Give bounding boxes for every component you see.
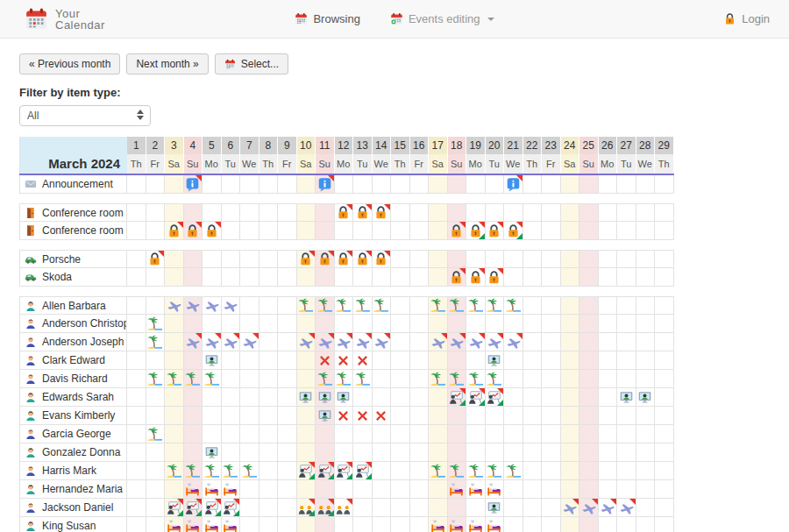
day-cell-19[interactable] bbox=[466, 296, 486, 315]
day-cell-19[interactable] bbox=[466, 480, 486, 499]
nav-item-browsing[interactable]: Browsing bbox=[295, 12, 359, 25]
day-cell-14[interactable] bbox=[373, 250, 392, 268]
day-cell-4[interactable] bbox=[184, 499, 203, 517]
day-cell-10[interactable] bbox=[297, 388, 316, 407]
day-cell-12[interactable] bbox=[335, 462, 354, 480]
day-cell-18[interactable] bbox=[448, 517, 467, 532]
day-cell-6[interactable] bbox=[222, 462, 241, 480]
day-cell-13[interactable] bbox=[353, 296, 373, 315]
day-cell-6[interactable] bbox=[222, 296, 241, 315]
login-button[interactable]: Login bbox=[723, 12, 770, 25]
day-cell-12[interactable] bbox=[335, 203, 354, 222]
day-cell-5[interactable] bbox=[203, 517, 222, 532]
day-cell-6[interactable] bbox=[222, 333, 241, 351]
day-cell-14[interactable] bbox=[373, 203, 392, 222]
day-cell-28[interactable] bbox=[636, 388, 656, 407]
day-cell-14[interactable] bbox=[373, 296, 392, 315]
day-cell-3[interactable] bbox=[165, 499, 184, 517]
day-cell-21[interactable] bbox=[504, 222, 523, 240]
day-cell-4[interactable] bbox=[184, 296, 203, 315]
day-cell-12[interactable] bbox=[335, 250, 354, 268]
day-cell-2[interactable] bbox=[146, 370, 166, 388]
day-cell-4[interactable] bbox=[184, 480, 203, 499]
day-cell-19[interactable] bbox=[466, 333, 486, 351]
day-cell-5[interactable] bbox=[203, 370, 222, 388]
day-cell-5[interactable] bbox=[203, 296, 222, 315]
day-cell-11[interactable] bbox=[316, 388, 335, 407]
day-cell-20[interactable] bbox=[486, 222, 505, 240]
day-cell-11[interactable] bbox=[316, 296, 335, 315]
day-cell-5[interactable] bbox=[203, 222, 222, 240]
day-cell-10[interactable] bbox=[297, 333, 316, 351]
day-cell-20[interactable] bbox=[486, 517, 505, 532]
day-cell-11[interactable] bbox=[316, 462, 335, 480]
day-cell-5[interactable] bbox=[203, 499, 222, 517]
day-cell-6[interactable] bbox=[222, 480, 241, 499]
day-cell-3[interactable] bbox=[165, 462, 184, 480]
day-cell-10[interactable] bbox=[297, 499, 316, 517]
day-cell-6[interactable] bbox=[222, 517, 241, 532]
day-cell-13[interactable] bbox=[353, 333, 373, 351]
day-cell-2[interactable] bbox=[146, 315, 166, 333]
day-cell-21[interactable] bbox=[504, 296, 523, 315]
day-cell-18[interactable] bbox=[448, 222, 467, 240]
day-cell-2[interactable] bbox=[146, 333, 166, 351]
day-cell-13[interactable] bbox=[353, 462, 373, 480]
day-cell-19[interactable] bbox=[466, 370, 486, 388]
day-cell-20[interactable] bbox=[486, 388, 505, 407]
day-cell-18[interactable] bbox=[448, 333, 467, 351]
day-cell-7[interactable] bbox=[240, 462, 259, 480]
day-cell-4[interactable] bbox=[184, 517, 203, 532]
day-cell-13[interactable] bbox=[353, 351, 373, 370]
item-type-select[interactable]: All bbox=[19, 105, 151, 126]
day-cell-18[interactable] bbox=[448, 268, 467, 287]
day-cell-12[interactable] bbox=[335, 388, 354, 407]
day-cell-10[interactable] bbox=[297, 296, 316, 315]
day-cell-20[interactable] bbox=[486, 296, 505, 315]
day-cell-3[interactable] bbox=[165, 517, 184, 532]
day-cell-18[interactable] bbox=[448, 462, 467, 480]
day-cell-19[interactable] bbox=[466, 462, 486, 480]
day-cell-27[interactable] bbox=[617, 499, 636, 517]
day-cell-20[interactable] bbox=[486, 462, 505, 480]
day-cell-18[interactable] bbox=[448, 296, 467, 315]
day-cell-20[interactable] bbox=[486, 370, 505, 388]
day-cell-6[interactable] bbox=[222, 499, 241, 517]
day-cell-20[interactable] bbox=[486, 333, 505, 351]
previous-month-button[interactable]: « Previous month bbox=[19, 53, 120, 74]
day-cell-5[interactable] bbox=[203, 351, 222, 370]
day-cell-4[interactable] bbox=[184, 333, 203, 351]
day-cell-19[interactable] bbox=[466, 268, 486, 287]
select-date-button[interactable]: Select... bbox=[215, 53, 288, 74]
day-cell-4[interactable] bbox=[184, 370, 203, 388]
day-cell-11[interactable] bbox=[316, 250, 335, 268]
day-cell-12[interactable] bbox=[335, 370, 354, 388]
nav-item-events-editing[interactable]: Events editing bbox=[390, 12, 494, 25]
day-cell-17[interactable] bbox=[429, 333, 448, 351]
day-cell-13[interactable] bbox=[353, 203, 373, 222]
day-cell-25[interactable] bbox=[579, 499, 599, 517]
day-cell-3[interactable] bbox=[165, 370, 184, 388]
day-cell-20[interactable] bbox=[486, 480, 505, 499]
day-cell-20[interactable] bbox=[486, 268, 505, 287]
day-cell-24[interactable] bbox=[561, 499, 580, 517]
day-cell-10[interactable] bbox=[297, 250, 316, 268]
day-cell-17[interactable] bbox=[429, 370, 448, 388]
day-cell-20[interactable] bbox=[486, 499, 505, 517]
day-cell-20[interactable] bbox=[486, 351, 505, 370]
day-cell-5[interactable] bbox=[203, 462, 222, 480]
day-cell-11[interactable] bbox=[316, 407, 335, 425]
day-cell-18[interactable] bbox=[448, 388, 467, 407]
day-cell-17[interactable] bbox=[429, 462, 448, 480]
day-cell-13[interactable] bbox=[353, 370, 373, 388]
next-month-button[interactable]: Next month » bbox=[126, 53, 208, 74]
day-cell-11[interactable] bbox=[316, 351, 335, 370]
day-cell-18[interactable] bbox=[448, 370, 467, 388]
day-cell-26[interactable] bbox=[599, 499, 618, 517]
day-cell-21[interactable] bbox=[504, 462, 523, 480]
day-cell-19[interactable] bbox=[466, 222, 486, 240]
day-cell-12[interactable] bbox=[335, 333, 354, 351]
day-cell-3[interactable] bbox=[165, 296, 184, 315]
day-cell-12[interactable] bbox=[335, 351, 354, 370]
day-cell-27[interactable] bbox=[617, 388, 636, 407]
